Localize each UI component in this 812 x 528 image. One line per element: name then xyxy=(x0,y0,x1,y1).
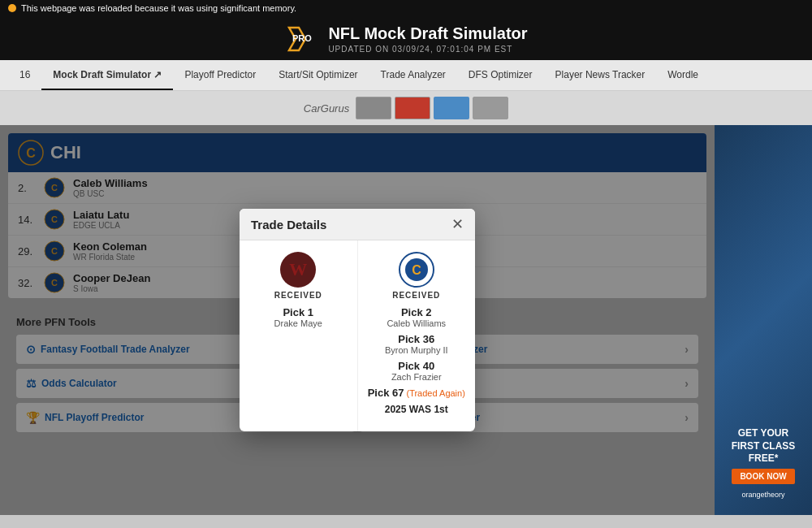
was-trade-side: W RECEIVED Pick 1 Drake Maye xyxy=(240,240,358,431)
chi-pick4-label: Pick 67 xyxy=(368,387,404,399)
was-received-label: RECEIVED xyxy=(248,291,349,300)
nav-item-wordle[interactable]: Wordle xyxy=(656,61,710,90)
top-bar: This webpage was reloaded because it was… xyxy=(0,0,812,16)
ad-thumb-4[interactable] xyxy=(473,97,508,119)
ad-thumb-2[interactable] xyxy=(395,97,430,119)
header-title: NFL Mock Draft Simulator xyxy=(328,24,527,43)
header-updated: UPDATED ON 03/09/24, 07:01:04 PM EST xyxy=(328,45,512,54)
book-now-button[interactable]: BOOK NOW xyxy=(732,469,794,484)
chi-pick3-player: Zach Frazier xyxy=(366,372,468,382)
nav-item-playoff[interactable]: Playoff Predictor xyxy=(173,61,267,90)
chi-pick1-label: Pick 2 xyxy=(366,306,468,318)
chi-pick-5: 2025 WAS 1st xyxy=(366,404,468,415)
nav-item-player-news[interactable]: Player News Tracker xyxy=(544,61,657,90)
ad-line2: FIRST CLASS xyxy=(732,440,796,453)
nav-bar: 16 Mock Draft Simulator ↗ Playoff Predic… xyxy=(0,60,812,91)
chi-logo-container: C xyxy=(366,252,468,288)
was-logo-icon: W xyxy=(289,259,307,280)
orangetheory-brand: orangetheory xyxy=(741,491,784,499)
chi-trade-side: C RECEIVED Pick 2 Caleb Williams Pick 36… xyxy=(358,240,476,431)
was-pick1-player: Drake Maye xyxy=(248,318,349,328)
chi-pick1-player: Caleb Williams xyxy=(366,318,468,328)
svg-text:PRO: PRO xyxy=(292,33,312,43)
modal-title: Trade Details xyxy=(251,218,326,232)
chi-pick4-note: (Traded Again) xyxy=(406,388,464,398)
svg-text:C: C xyxy=(412,263,421,277)
chi-modal-logo-icon: C xyxy=(404,258,429,282)
modal-body: W RECEIVED Pick 1 Drake Maye xyxy=(240,240,475,431)
modal-close-button[interactable]: ✕ xyxy=(451,217,464,232)
nav-item-16[interactable]: 16 xyxy=(8,61,41,90)
right-ad: GET YOUR FIRST CLASS FREE* BOOK NOW oran… xyxy=(715,125,812,515)
header-text: NFL Mock Draft Simulator UPDATED ON 03/0… xyxy=(328,24,527,54)
ad-thumb-3[interactable] xyxy=(434,97,469,119)
main-content: C CHI 2. C Caleb Williams QB USC 14. xyxy=(0,125,812,515)
logo-row: PRO NFL Mock Draft Simulator UPDATED ON … xyxy=(284,24,527,54)
cargurus-logo: CarGurus xyxy=(304,102,349,115)
modal-header: Trade Details ✕ xyxy=(240,209,475,240)
top-bar-message: This webpage was reloaded because it was… xyxy=(21,3,296,13)
nav-item-trade[interactable]: Trade Analyzer xyxy=(369,61,457,90)
was-pick1-label: Pick 1 xyxy=(248,306,349,318)
chi-pick-3: Pick 40 Zach Frazier xyxy=(366,360,468,382)
ad-line3: FREE* xyxy=(732,452,796,465)
chi-pick-2: Pick 36 Byron Murphy II xyxy=(366,333,468,355)
was-pick-1: Pick 1 Drake Maye xyxy=(248,306,349,328)
chi-pick-1: Pick 2 Caleb Williams xyxy=(366,306,468,328)
memory-dot xyxy=(8,4,16,12)
nav-item-mock-draft[interactable]: Mock Draft Simulator ↗ xyxy=(41,61,173,90)
header: PRO NFL Mock Draft Simulator UPDATED ON … xyxy=(0,16,812,60)
chi-pick3-label: Pick 40 xyxy=(366,360,468,372)
chi-pick5-label: 2025 WAS 1st xyxy=(366,404,468,415)
ad-thumb-1[interactable] xyxy=(356,97,391,119)
chi-pick2-player: Byron Murphy II xyxy=(366,345,468,355)
ad-bar: CarGurus xyxy=(0,91,812,125)
was-logo-container: W xyxy=(248,252,349,288)
draft-board: C CHI 2. C Caleb Williams QB USC 14. xyxy=(0,125,715,515)
trade-details-modal: Trade Details ✕ W RECEIVED xyxy=(240,209,475,431)
right-ad-inner: GET YOUR FIRST CLASS FREE* BOOK NOW oran… xyxy=(715,125,812,515)
ad-line1: GET YOUR xyxy=(732,427,796,440)
nav-item-startsit[interactable]: Start/Sit Optimizer xyxy=(267,61,369,90)
pfn-logo-icon: PRO xyxy=(284,24,320,54)
chi-pick-4: Pick 67 (Traded Again) xyxy=(366,387,468,399)
modal-backdrop[interactable]: Trade Details ✕ W RECEIVED xyxy=(0,125,715,515)
nav-item-dfs[interactable]: DFS Optimizer xyxy=(457,61,544,90)
chi-received-label: RECEIVED xyxy=(366,291,468,300)
chi-pick2-label: Pick 36 xyxy=(366,333,468,345)
